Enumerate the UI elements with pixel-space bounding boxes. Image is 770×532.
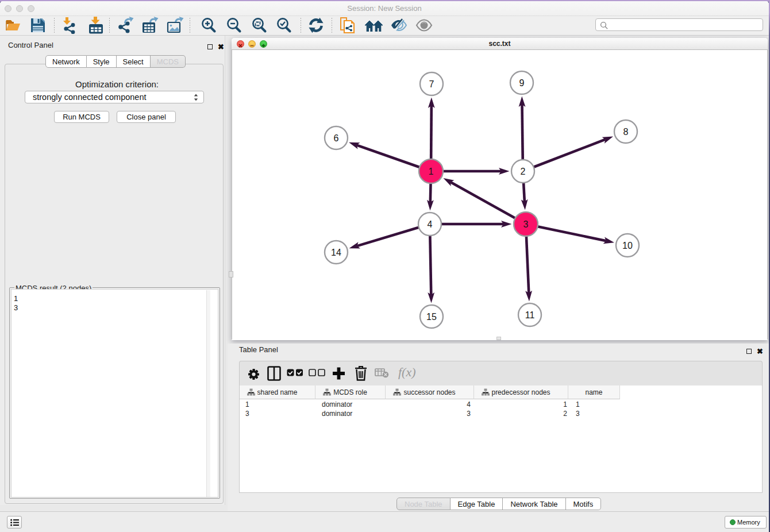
svg-text:15: 15 xyxy=(426,312,437,322)
svg-text:1: 1 xyxy=(429,167,434,176)
svg-text:4: 4 xyxy=(428,219,433,229)
svg-text:6: 6 xyxy=(334,133,339,143)
svg-text:8: 8 xyxy=(623,127,629,137)
svg-text:14: 14 xyxy=(331,248,341,257)
svg-text:10: 10 xyxy=(622,241,633,250)
svg-text:3: 3 xyxy=(523,219,529,229)
svg-text:11: 11 xyxy=(525,310,535,320)
svg-text:9: 9 xyxy=(519,78,525,88)
svg-text:7: 7 xyxy=(429,79,434,89)
svg-text:2: 2 xyxy=(521,167,526,176)
